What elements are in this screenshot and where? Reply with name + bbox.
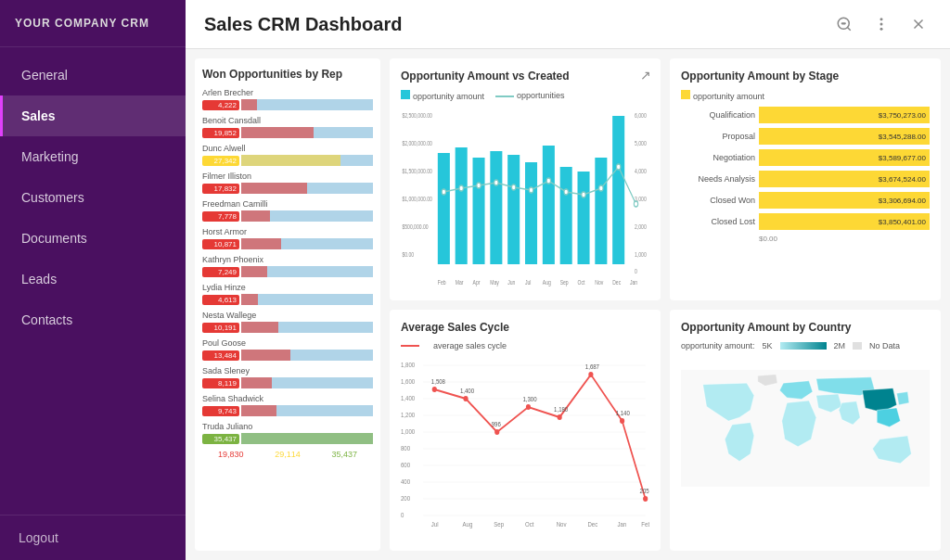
svg-text:800: 800 xyxy=(401,444,410,451)
sidebar-item-leads[interactable]: Leads xyxy=(0,259,186,299)
rep-value: 19,852 xyxy=(202,128,239,138)
rep-bar-bg xyxy=(241,99,373,110)
page-title: Sales CRM Dashboard xyxy=(204,14,402,35)
stage-bar: $3,545,288.00 xyxy=(759,128,930,145)
svg-point-83 xyxy=(620,418,624,424)
stage-value: $3,589,677.00 xyxy=(879,154,926,162)
opp-created-chart: $2,500,000.00 $2,000,000.00 $1,500,000.0… xyxy=(401,107,649,292)
svg-rect-26 xyxy=(525,162,537,264)
rep-bars: 8,119 xyxy=(202,377,373,388)
svg-point-44 xyxy=(634,201,637,207)
svg-point-3 xyxy=(880,18,883,20)
opp-stage-legend-label: opportunity amount xyxy=(693,92,764,101)
opp-stage-legend: opportunity amount xyxy=(681,90,930,101)
rep-name: Selina Shadwick xyxy=(202,394,373,403)
rep-row: Benoit Cansdall 19,852 xyxy=(202,116,373,138)
sidebar-item-general[interactable]: General xyxy=(0,55,186,95)
rep-bars: 7,778 xyxy=(202,210,373,222)
sidebar-item-sales[interactable]: Sales xyxy=(0,95,186,136)
svg-text:0: 0 xyxy=(635,267,637,274)
sidebar-item-contacts[interactable]: Contacts xyxy=(0,299,186,340)
svg-text:$0.00: $0.00 xyxy=(402,250,414,258)
rep-bars: 10,871 xyxy=(202,238,373,249)
svg-rect-31 xyxy=(612,116,624,264)
rep-bar-bg xyxy=(241,155,373,166)
footer-values: 19,830 29,114 35,437 xyxy=(202,450,373,459)
avg-sales-legend-label: average sales cycle xyxy=(433,341,507,350)
stage-value: $3,750,273.00 xyxy=(879,111,926,120)
expand-icon[interactable]: ↗ xyxy=(640,68,651,83)
sidebar-item-customers[interactable]: Customers xyxy=(0,177,186,218)
svg-point-78 xyxy=(463,396,468,401)
rep-bar-bg xyxy=(241,210,373,222)
svg-text:200: 200 xyxy=(401,494,410,501)
brand-logo: YOUR COMPANY CRM xyxy=(0,0,186,47)
rep-bars: 7,249 xyxy=(202,266,373,277)
opp-amount-created-title: Opportunity Amount vs Created xyxy=(401,70,649,83)
more-icon[interactable] xyxy=(868,11,894,37)
svg-text:400: 400 xyxy=(401,477,410,484)
rep-list: Arlen Brecher 4,222 Benoit Cansdall 19,8… xyxy=(202,88,373,444)
stage-row: Closed Won $3,306,694.00 xyxy=(681,192,930,209)
svg-text:Dec: Dec xyxy=(587,520,597,527)
stage-bar: $3,306,694.00 xyxy=(759,192,930,209)
footer-val-3: 35,437 xyxy=(332,450,358,459)
rep-row: Sada Sleney 8,119 xyxy=(202,366,373,388)
rep-value: 7,778 xyxy=(202,211,239,222)
rep-bar-bg xyxy=(241,433,373,444)
svg-text:$500,000.00: $500,000.00 xyxy=(402,223,429,230)
rep-value: 17,832 xyxy=(202,184,239,194)
nav-items: General Sales Marketing Customers Docume… xyxy=(0,47,186,515)
svg-text:Jan: Jan xyxy=(630,278,637,286)
rep-row: Arlen Brecher 4,222 xyxy=(202,88,373,110)
close-icon[interactable] xyxy=(905,11,931,37)
opp-country-title: Opportunity Amount by Country xyxy=(681,321,930,334)
rep-bars: 4,613 xyxy=(202,294,373,305)
rep-value: 10,191 xyxy=(202,323,239,333)
rep-value: 4,613 xyxy=(202,295,239,305)
sidebar-item-marketing[interactable]: Marketing xyxy=(0,136,186,177)
rep-bar-bg xyxy=(241,322,373,333)
opp-stage-x-label: $0.00 xyxy=(681,235,930,243)
svg-text:5,000: 5,000 xyxy=(635,139,647,146)
rep-row: Nesta Wallege 10,191 xyxy=(202,311,373,333)
rep-bars: 10,191 xyxy=(202,322,373,333)
svg-text:$2,000,000.00: $2,000,000.00 xyxy=(402,139,432,146)
rep-name: Arlen Brecher xyxy=(202,88,373,97)
rep-name: Poul Goose xyxy=(202,338,373,348)
svg-text:0: 0 xyxy=(401,511,404,517)
svg-text:1,180: 1,180 xyxy=(554,405,568,412)
stage-label: Proposal xyxy=(681,132,755,141)
stage-value: $3,850,401.00 xyxy=(879,218,926,226)
svg-text:Sep: Sep xyxy=(560,278,570,286)
svg-rect-24 xyxy=(490,151,502,264)
svg-point-36 xyxy=(494,180,498,185)
stage-value: $3,306,694.00 xyxy=(879,197,926,205)
stage-bar: $3,589,677.00 xyxy=(759,149,930,166)
dashboard-grid: Won Opportunities by Rep Arlen Brecher 4… xyxy=(186,49,950,560)
rep-row: Horst Armor 10,871 xyxy=(202,227,373,249)
svg-text:Nov: Nov xyxy=(557,520,567,527)
legend-nodata: No Data xyxy=(869,341,900,350)
svg-text:Aug: Aug xyxy=(463,520,473,528)
sidebar-item-documents[interactable]: Documents xyxy=(0,218,186,259)
rep-value: 35,437 xyxy=(202,434,239,444)
logout-button[interactable]: Logout xyxy=(0,515,186,560)
svg-text:Mar: Mar xyxy=(456,278,464,286)
svg-text:Nov: Nov xyxy=(595,278,604,286)
stage-row: Proposal $3,545,288.00 xyxy=(681,128,930,145)
stage-bar: $3,674,524.00 xyxy=(759,171,930,187)
svg-text:Feb: Feb xyxy=(641,520,649,527)
footer-val-2: 29,114 xyxy=(275,450,301,459)
svg-text:996: 996 xyxy=(492,420,501,426)
svg-text:1,200: 1,200 xyxy=(401,411,415,417)
svg-text:1,000: 1,000 xyxy=(635,250,647,258)
svg-text:1,300: 1,300 xyxy=(522,395,536,401)
rep-name: Nesta Wallege xyxy=(202,311,373,320)
svg-text:Aug: Aug xyxy=(543,278,551,286)
svg-text:$1,500,000.00: $1,500,000.00 xyxy=(402,167,432,174)
rep-bars: 27,342 xyxy=(202,155,373,166)
filter-icon[interactable] xyxy=(831,11,857,37)
rep-value: 27,342 xyxy=(202,156,239,166)
svg-text:1,140: 1,140 xyxy=(616,409,630,415)
